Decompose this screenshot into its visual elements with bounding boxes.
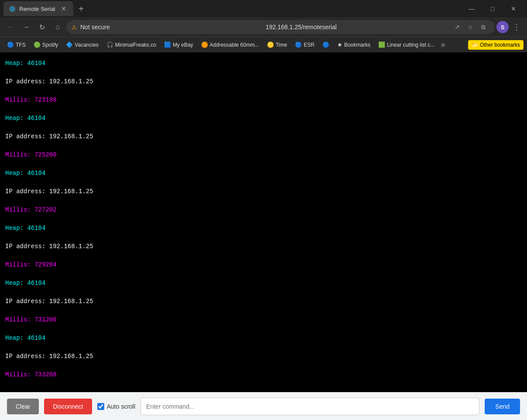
bookmark-spotify-label: Spotify — [42, 42, 58, 48]
active-tab[interactable]: 🌐 Remote Serial ✕ — [3, 1, 73, 16]
back-button[interactable]: ← — [3, 20, 17, 34]
other-bookmarks-label: Other bookmarks — [480, 42, 520, 48]
clear-button[interactable]: Clear — [7, 399, 39, 414]
bookmark-unknown-icon: 🔵 — [322, 41, 329, 48]
serial-line: IP address: 192.168.1.25 — [5, 297, 522, 306]
profile-button[interactable]: S — [496, 21, 509, 33]
bookmark-bookmarks[interactable]: ★ Bookmarks — [334, 40, 374, 50]
maximize-button[interactable]: □ — [483, 1, 503, 16]
address-bar[interactable]: ⚠ Not secure 192.168.1.25/remoteserial ↗… — [66, 20, 495, 34]
bookmark-ebay[interactable]: 🟦 My eBay — [161, 40, 197, 50]
send-button[interactable]: Send — [485, 399, 520, 414]
bookmark-linear-label: Linear cutting list c... — [387, 42, 435, 48]
bookmark-ebay-label: My eBay — [173, 42, 193, 48]
bookmark-vacancies[interactable]: 🔷 Vacancies — [62, 40, 102, 50]
serial-line: Millis: 729204 — [5, 260, 522, 270]
bookmark-tfs-icon: 🔵 — [7, 41, 14, 48]
bookmark-spotify-icon: 🟢 — [34, 41, 41, 48]
serial-line: Millis: 723198 — [5, 96, 522, 105]
bookmark-minimalfreaks-label: MinimalFreaks.co — [115, 42, 156, 48]
security-icon: ⚠ — [72, 24, 77, 31]
serial-output[interactable]: Heap: 45920IP address: 192.168.1.25Milli… — [0, 52, 527, 392]
serial-line: IP address: 192.168.1.25 — [5, 242, 522, 251]
autoscroll-text: Auto scroll — [107, 403, 135, 410]
serial-line: Heap: 46104 — [5, 169, 522, 178]
bookmark-addressable-label: Addressable 60mm... — [210, 42, 259, 48]
bookmark-vacancies-label: Vacancies — [75, 42, 98, 48]
serial-line: Millis: 731206 — [5, 315, 522, 324]
nav-right: S ⋮ — [496, 20, 524, 34]
serial-line: IP address: 192.168.1.25 — [5, 77, 522, 86]
bookmark-addressable[interactable]: 🟠 Addressable 60mm... — [198, 40, 263, 50]
bookmark-esr-icon: 🔵 — [295, 41, 302, 48]
bookmark-star-icon: ★ — [337, 41, 342, 48]
minimize-button[interactable]: — — [462, 1, 482, 16]
serial-line: Heap: 46104 — [5, 114, 522, 123]
address-actions: ↗ ☆ ⧉ — [451, 21, 489, 33]
command-input[interactable] — [140, 398, 479, 415]
bookmark-folder-icon: 📁 — [472, 42, 478, 48]
bookmark-time-label: Time — [276, 42, 287, 48]
address-text: 192.168.1.25/remoteserial — [266, 24, 448, 31]
extensions-button[interactable]: ⧉ — [477, 21, 489, 33]
bookmark-bookmarks-label: Bookmarks — [344, 42, 370, 48]
autoscroll-checkbox[interactable] — [97, 403, 104, 410]
bookmark-spotify[interactable]: 🟢 Spotify — [30, 40, 62, 50]
disconnect-button[interactable]: Disconnect — [44, 399, 92, 414]
bookmark-tfs[interactable]: 🔵 TFS — [3, 40, 29, 50]
bottom-toolbar: Clear Disconnect Auto scroll Send — [0, 392, 527, 420]
bookmark-vacancies-icon: 🔷 — [66, 41, 73, 48]
bookmark-unknown[interactable]: 🔵 — [319, 40, 333, 50]
title-bar: 🌐 Remote Serial ✕ + — □ ✕ — [0, 0, 527, 17]
serial-line: Millis: 727202 — [5, 205, 522, 215]
nav-bar: ← → ↻ ⌂ ⚠ Not secure 192.168.1.25/remote… — [0, 17, 527, 37]
security-label: Not secure — [80, 24, 262, 31]
reload-button[interactable]: ↻ — [35, 20, 49, 34]
tab-bar: 🌐 Remote Serial ✕ + — [3, 0, 462, 17]
bookmark-time[interactable]: 🟡 Time — [264, 40, 291, 50]
bookmark-time-icon: 🟡 — [267, 41, 274, 48]
tab-close-button[interactable]: ✕ — [59, 4, 68, 13]
tab-title: Remote Serial — [19, 6, 56, 12]
window-controls: — □ ✕ — [462, 1, 524, 16]
serial-line: Heap: 46104 — [5, 279, 522, 288]
bookmark-ebay-icon: 🟦 — [164, 41, 171, 48]
serial-line: Heap: 46104 — [5, 59, 522, 68]
serial-line: IP address: 192.168.1.25 — [5, 132, 522, 141]
bookmarks-more-button[interactable]: » — [439, 38, 447, 51]
serial-line: Heap: 46104 — [5, 224, 522, 233]
close-button[interactable]: ✕ — [503, 1, 524, 16]
bookmark-esr-label: ESR — [304, 42, 315, 48]
share-button[interactable]: ↗ — [451, 21, 463, 33]
new-tab-button[interactable]: + — [75, 3, 87, 15]
bookmark-linear[interactable]: 🟩 Linear cutting list c... — [375, 40, 438, 50]
bookmark-tfs-label: TFS — [16, 42, 26, 48]
bookmark-addressable-icon: 🟠 — [201, 41, 208, 48]
home-button[interactable]: ⌂ — [51, 20, 65, 34]
browser-menu-button[interactable]: ⋮ — [510, 20, 524, 34]
profile-letter: S — [501, 24, 505, 31]
bookmarks-bar: 🔵 TFS 🟢 Spotify 🔷 Vacancies 🎧 MinimalFre… — [0, 37, 527, 52]
bookmark-minimalfreaks-icon: 🎧 — [106, 41, 113, 48]
serial-line: IP address: 192.168.1.25 — [5, 352, 522, 361]
forward-button[interactable]: → — [19, 20, 33, 34]
other-bookmarks-button[interactable]: 📁 Other bookmarks — [468, 40, 524, 50]
tab-favicon: 🌐 — [9, 5, 16, 12]
bookmark-linear-icon: 🟩 — [378, 41, 385, 48]
autoscroll-label[interactable]: Auto scroll — [97, 403, 135, 410]
serial-line: Millis: 733208 — [5, 370, 522, 379]
bookmark-minimalfreaks[interactable]: 🎧 MinimalFreaks.co — [103, 40, 160, 50]
content-wrapper: Heap: 45920IP address: 192.168.1.25Milli… — [0, 52, 527, 420]
serial-line: Millis: 725200 — [5, 150, 522, 160]
bookmark-button[interactable]: ☆ — [464, 21, 476, 33]
bookmark-esr[interactable]: 🔵 ESR — [291, 40, 318, 50]
serial-line: IP address: 192.168.1.25 — [5, 187, 522, 196]
serial-line: Heap: 46104 — [5, 334, 522, 343]
